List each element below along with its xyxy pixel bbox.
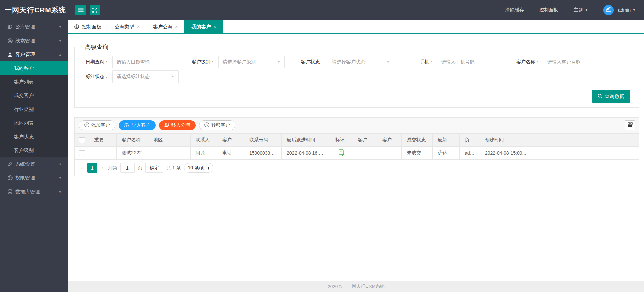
move-to-public-sea-button[interactable]: 移入公海 <box>159 120 196 130</box>
sidebar-item-label: 数据库管理 <box>15 189 59 195</box>
caret-down-icon: ▼ <box>585 8 588 12</box>
clock-icon <box>204 122 209 128</box>
menu-toggle-button[interactable] <box>75 5 86 15</box>
tab-public-sea-type[interactable]: 公海类型 × <box>108 20 146 33</box>
row-checkbox[interactable] <box>79 150 85 156</box>
sidebar-item-label: 系统设置 <box>15 161 59 167</box>
col-contact: 联系人 <box>191 134 217 147</box>
close-tab-icon[interactable]: × <box>213 24 216 29</box>
tab-bar: 控制面板 公海类型 × 客户公海 × 我的客户 × <box>68 20 644 34</box>
customer-table: 重要客户 客户名称 地区 联系人 客户来源 联系号码 最后跟进时间 标记 客户级… <box>75 133 639 160</box>
page-size-select[interactable]: 10 条/页 ▲▼ <box>184 163 213 173</box>
col-last-follow-time: 最后跟进时间 <box>282 134 330 147</box>
select-all-cell <box>75 134 89 147</box>
sidebar-item-customer-status[interactable]: 客户状态 <box>0 130 68 144</box>
select-all-checkbox[interactable] <box>79 137 85 143</box>
cell-important <box>89 147 117 160</box>
page-unit-label: 页 <box>138 165 142 171</box>
app-logo: 一网天行CRM系统 <box>5 5 66 15</box>
page-body: 高级查询 日期查询： 客户级别： 请选择客户级别 ▼ 客户状态： 请选择客户 <box>68 34 644 292</box>
goto-page-input[interactable] <box>120 163 135 173</box>
sidebar-item-database[interactable]: 数据库管理 ▼ <box>0 185 68 199</box>
sidebar-item-label: 权限管理 <box>15 175 59 181</box>
tab-label: 客户公海 <box>153 24 172 30</box>
page-footer: 2020 © 一网天行CRM系统 <box>68 281 644 292</box>
caret-down-icon: ▼ <box>59 176 62 180</box>
col-created-time: 创建时间 <box>480 134 639 147</box>
sidebar-item-industry-category[interactable]: 行业类别 <box>0 102 68 116</box>
sidebar-item-permissions[interactable]: 权限管理 ▼ <box>0 171 68 185</box>
cell-region <box>148 147 191 160</box>
confirm-page-button[interactable]: 确定 <box>145 163 163 173</box>
customer-name-input[interactable] <box>543 56 606 68</box>
globe-icon <box>74 24 79 29</box>
company-logo-icon <box>603 5 614 15</box>
field-label: 客户级别： <box>181 59 218 65</box>
mark-status-select[interactable]: 请选择标注状态 ▼ <box>112 70 179 83</box>
clear-cache-link[interactable]: 清除缓存 <box>505 7 524 13</box>
row-select-cell <box>75 147 89 160</box>
next-page-icon[interactable]: › <box>100 164 105 171</box>
button-label: 添加客户 <box>91 122 110 128</box>
col-region: 地区 <box>148 134 191 147</box>
sidebar-item-label: 线索管理 <box>15 38 59 44</box>
sidebar-item-leads[interactable]: 线索管理 ▼ <box>0 34 68 48</box>
sidebar-item-deal-customers[interactable]: 成交客户 <box>0 89 68 102</box>
fullscreen-button[interactable] <box>90 5 100 15</box>
footer-year: 2020 © <box>328 284 342 289</box>
theme-dropdown[interactable]: 主题 ▼ <box>574 7 588 13</box>
query-form-row-2: 标注状态： 请选择标注状态 ▼ <box>75 70 639 83</box>
prev-page-icon[interactable]: ‹ <box>79 164 84 171</box>
user-menu[interactable]: admin ▼ <box>618 7 636 13</box>
button-label: 移入公海 <box>171 122 190 128</box>
mark-status-field: 标注状态： 请选择标注状态 ▼ <box>75 70 179 83</box>
table-row[interactable]: 测试2222 阿龙 电话咨询 15900033000 2022-04-08 16… <box>75 147 639 160</box>
edit-note-icon[interactable]: ? <box>338 152 345 157</box>
col-deal-status: 成交状态 <box>402 134 433 147</box>
sidebar-item-region-list[interactable]: 地区列表 <box>0 116 68 130</box>
sidebar-item-customer-level[interactable]: 客户级别 <box>0 144 68 157</box>
mobile-input[interactable] <box>437 56 500 68</box>
col-phone: 联系号码 <box>244 134 282 147</box>
transfer-customer-button[interactable]: 转移客户 <box>199 120 235 130</box>
column-settings-button[interactable] <box>625 120 635 130</box>
caret-down-icon: ▼ <box>59 39 62 43</box>
date-query-input[interactable] <box>112 56 175 68</box>
col-customer-name: 客户名称 <box>117 134 148 147</box>
query-data-button[interactable]: 查询数据 <box>592 90 630 103</box>
sidebar-item-system-settings[interactable]: 系统设置 ▼ <box>0 157 68 171</box>
users-icon <box>7 25 13 29</box>
customer-table-panel: 添加客户 导入客户 移入公海 转移客户 <box>74 117 639 176</box>
col-important: 重要客户 <box>89 134 117 147</box>
total-count-label: 共 1 条 <box>166 165 181 171</box>
sidebar-item-customer-list[interactable]: 客户列表 <box>0 75 68 89</box>
updown-arrows-icon: ▲▼ <box>207 166 210 170</box>
field-label: 日期查询： <box>75 59 112 65</box>
customer-status-select[interactable]: 请选择客户状态 ▼ <box>328 56 394 68</box>
sidebar-item-my-customers[interactable]: 我的客户 <box>0 61 68 75</box>
tab-customer-public-sea[interactable]: 客户公海 × <box>146 20 184 33</box>
tab-control-panel[interactable]: 控制面板 <box>68 20 108 33</box>
pagination: ‹ 1 › 到第 页 确定 共 1 条 10 条/页 ▲▼ <box>75 160 639 176</box>
col-latest-follow: 最新跟进... <box>433 134 460 147</box>
current-page-button[interactable]: 1 <box>87 163 97 173</box>
table-toolbar: 添加客户 导入客户 移入公海 转移客户 <box>75 118 639 133</box>
add-customer-button[interactable]: 添加客户 <box>79 120 115 130</box>
control-panel-link[interactable]: 控制面板 <box>539 7 558 13</box>
close-tab-icon[interactable]: × <box>137 24 140 29</box>
caret-down-icon: ▼ <box>171 75 174 78</box>
sidebar-item-public-sea[interactable]: 公海管理 ▼ <box>0 20 68 34</box>
theme-label: 主题 <box>574 7 583 13</box>
content-area: 控制面板 公海类型 × 客户公海 × 我的客户 × 高级查询 日期查询： 客户级 <box>68 20 644 292</box>
field-label: 手机： <box>399 59 437 65</box>
import-customer-button[interactable]: 导入客户 <box>119 120 156 130</box>
avatar[interactable] <box>603 5 614 15</box>
tab-my-customers[interactable]: 我的客户 × <box>184 20 223 33</box>
close-tab-icon[interactable]: × <box>175 24 178 29</box>
mobile-field: 手机： <box>399 56 500 68</box>
sidebar-item-customers[interactable]: 客户管理 ▲ <box>0 48 68 61</box>
caret-down-icon: ▼ <box>633 8 636 12</box>
cell-last-follow-time: 2022-04-08 16:45:... <box>282 147 330 160</box>
cell-mark: ? <box>330 147 353 160</box>
customer-level-select[interactable]: 请选择客户级别 ▼ <box>218 56 285 68</box>
